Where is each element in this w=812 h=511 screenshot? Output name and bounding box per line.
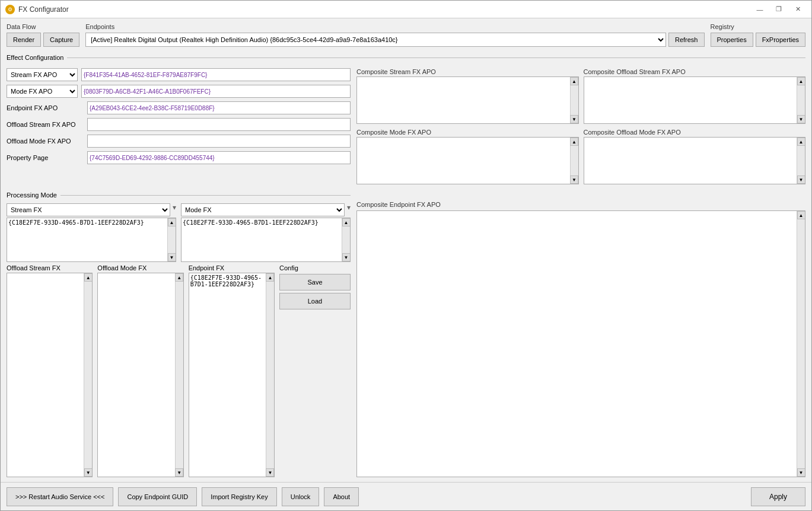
composite-offload-stream-fx-apo-box: ▲ ▼ xyxy=(584,76,806,124)
scroll-down-5[interactable]: ▼ xyxy=(168,253,176,261)
composite-endpoint-fx-apo-textarea[interactable] xyxy=(357,211,797,477)
bottom-bar-right: Apply xyxy=(751,487,805,506)
endpoint-fx-apo-input[interactable] xyxy=(87,101,351,114)
unlock-button[interactable]: Unlock xyxy=(282,487,320,506)
effect-config-area: Stream FX APO Mode FX APO Endpoint FX AP… xyxy=(7,68,805,184)
minimize-button[interactable]: — xyxy=(751,4,769,15)
app-icon: ⚙ xyxy=(5,5,15,14)
refresh-button[interactable]: Refresh xyxy=(668,33,705,47)
stream-fx-apo-dropdown[interactable]: Stream FX APO xyxy=(7,68,78,81)
bottom-fx-grid: Offload Stream FX ▲ ▼ Offload Mode FX xyxy=(7,264,351,477)
composite-mode-fx-apo: Composite Mode FX APO ▲ ▼ xyxy=(356,129,579,184)
stream-fx-processing-header: Stream FX ▾ xyxy=(7,203,176,216)
composite-offload-mode-fx-apo-textarea[interactable] xyxy=(584,138,797,184)
endpoint-fx-scrollbar: ▲ ▼ xyxy=(266,273,274,477)
scroll-down-7[interactable]: ▼ xyxy=(84,468,93,477)
mode-fx-apo-dropdown[interactable]: Mode FX APO xyxy=(7,85,78,98)
properties-button[interactable]: Properties xyxy=(711,33,753,47)
fx-properties-button[interactable]: FxProperties xyxy=(756,33,805,47)
endpoint-fx-apo-label: Endpoint FX APO xyxy=(7,104,84,111)
scroll-up-8[interactable]: ▲ xyxy=(175,273,183,282)
close-button[interactable]: ✕ xyxy=(789,4,807,15)
composite-offload-mode-fx-apo-label: Composite Offload Mode FX APO xyxy=(584,129,806,136)
scroll-up-arrow-4[interactable]: ▲ xyxy=(797,138,805,146)
registry-buttons: Properties FxProperties xyxy=(711,33,806,47)
scroll-up-arrow-2[interactable]: ▲ xyxy=(797,77,805,85)
data-flow-buttons: Render Capture xyxy=(7,33,79,47)
composite-endpoint-fx-apo-box: ▲ ▼ xyxy=(356,210,805,477)
registry-section: Registry Properties FxProperties xyxy=(711,23,806,47)
composite-mode-fx-apo-textarea[interactable] xyxy=(357,138,570,184)
offload-stream-fx-apo-label: Offload Stream FX APO xyxy=(7,121,84,128)
offload-mode-fx-apo-input[interactable] xyxy=(87,135,351,148)
maximize-button[interactable]: ❐ xyxy=(770,4,788,15)
property-page-input[interactable] xyxy=(87,151,351,164)
copy-endpoint-guid-button[interactable]: Copy Endpoint GUID xyxy=(118,487,197,506)
composite-stream-fx-apo-textarea[interactable] xyxy=(357,77,570,123)
config-section: Config Save Load xyxy=(279,264,351,477)
config-label: Config xyxy=(279,264,351,272)
offload-mode-fx-apo-row: Offload Mode FX APO xyxy=(7,135,351,148)
scroll-down-8[interactable]: ▼ xyxy=(175,468,183,477)
mode-fx-apo-row: Mode FX APO xyxy=(7,85,351,98)
offload-stream-fx-apo-input[interactable] xyxy=(87,118,351,131)
save-button[interactable]: Save xyxy=(279,274,351,290)
capture-button[interactable]: Capture xyxy=(43,33,79,47)
scroll-down-10[interactable]: ▼ xyxy=(797,468,805,477)
offload-mode-fx-apo-label: Offload Mode FX APO xyxy=(7,138,84,145)
stream-fx-apo-input[interactable] xyxy=(81,68,351,81)
composite-offload-stream-fx-apo: Composite Offload Stream FX APO ▲ ▼ xyxy=(584,68,806,124)
stream-fx-processing: Stream FX ▾ {C18E2F7E-933D-4965-B7D1-1EE… xyxy=(7,203,176,262)
offload-stream-fx-scrollbar: ▲ ▼ xyxy=(84,273,92,477)
stream-fx-apo-row: Stream FX APO xyxy=(7,68,351,81)
scroll-up-6[interactable]: ▲ xyxy=(342,218,351,226)
endpoint-fx-box: {C18E2F7E-933D-4965-B7D1-1EEF228D2AF3} ▲… xyxy=(189,273,275,477)
scroll-down-arrow[interactable]: ▼ xyxy=(570,115,578,123)
scroll-up-arrow[interactable]: ▲ xyxy=(570,77,578,85)
registry-label: Registry xyxy=(711,23,806,30)
import-registry-key-button[interactable]: Import Registry Key xyxy=(202,487,277,506)
processing-mode-separator: Processing Mode xyxy=(7,191,351,199)
composite-mode-fx-apo-box: ▲ ▼ xyxy=(356,137,579,184)
scroll-up-7[interactable]: ▲ xyxy=(84,273,93,282)
scroll-up-10[interactable]: ▲ xyxy=(797,211,805,219)
content-area: Data Flow Render Capture Endpoints [Acti… xyxy=(1,18,811,482)
title-bar: ⚙ FX Configurator — ❐ ✕ xyxy=(1,1,811,18)
offload-mode-fx-textarea[interactable] xyxy=(98,273,174,477)
composite-offload-stream-fx-apo-textarea[interactable] xyxy=(584,77,797,123)
scroll-down-6[interactable]: ▼ xyxy=(342,253,351,261)
offload-stream-fx-textarea[interactable] xyxy=(7,273,84,477)
scroll-up-arrow-3[interactable]: ▲ xyxy=(570,138,578,146)
load-button[interactable]: Load xyxy=(279,293,351,309)
offload-stream-fx-section: Offload Stream FX ▲ ▼ xyxy=(7,264,93,477)
stream-fx-scrollbar: ▲ ▼ xyxy=(167,218,176,261)
composite-offload-stream-fx-apo-label: Composite Offload Stream FX APO xyxy=(584,68,806,75)
stream-fx-chevron: ▾ xyxy=(173,203,176,216)
stream-fx-dropdown[interactable]: Stream FX xyxy=(7,203,170,216)
composite-endpoint-section: Composite Endpoint FX APO ▲ ▼ xyxy=(356,189,805,477)
scroll-up-9[interactable]: ▲ xyxy=(266,273,274,282)
offload-stream-fx-label: Offload Stream FX xyxy=(7,264,93,272)
data-flow-section: Data Flow Render Capture xyxy=(7,23,79,47)
scroll-up-5[interactable]: ▲ xyxy=(168,218,176,226)
effect-config-fields: Stream FX APO Mode FX APO Endpoint FX AP… xyxy=(7,68,351,184)
scroll-down-9[interactable]: ▼ xyxy=(266,468,274,477)
scroll-down-arrow-4[interactable]: ▼ xyxy=(797,175,805,184)
window-controls: — ❐ ✕ xyxy=(751,4,807,15)
offload-mode-fx-label: Offload Mode FX xyxy=(97,264,183,272)
render-button[interactable]: Render xyxy=(7,33,41,47)
scroll-down-arrow-2[interactable]: ▼ xyxy=(797,115,805,123)
apply-button[interactable]: Apply xyxy=(751,487,805,506)
endpoint-fx-textarea[interactable]: {C18E2F7E-933D-4965-B7D1-1EEF228D2AF3} xyxy=(189,273,266,477)
mode-fx-textarea[interactable]: {C18E2F7E-933D-4965-B7D1-1EEF228D2AF3} xyxy=(181,218,342,261)
restart-audio-button[interactable]: >>> Restart Audio Service <<< xyxy=(7,487,113,506)
main-window: ⚙ FX Configurator — ❐ ✕ Data Flow Render… xyxy=(0,0,812,511)
lower-left: Processing Mode Stream FX ▾ xyxy=(7,189,351,477)
mode-fx-dropdown[interactable]: Mode FX xyxy=(181,203,345,216)
about-button[interactable]: About xyxy=(324,487,359,506)
stream-fx-textarea[interactable]: {C18E2F7E-933D-4965-B7D1-1EEF228D2AF3} xyxy=(7,218,167,261)
scroll-down-arrow-3[interactable]: ▼ xyxy=(570,175,578,184)
endpoints-dropdown[interactable]: [Active] Realtek Digital Output (Realtek… xyxy=(85,33,666,47)
offload-mode-fx-section: Offload Mode FX ▲ ▼ xyxy=(97,264,183,477)
mode-fx-apo-input[interactable] xyxy=(81,85,351,98)
